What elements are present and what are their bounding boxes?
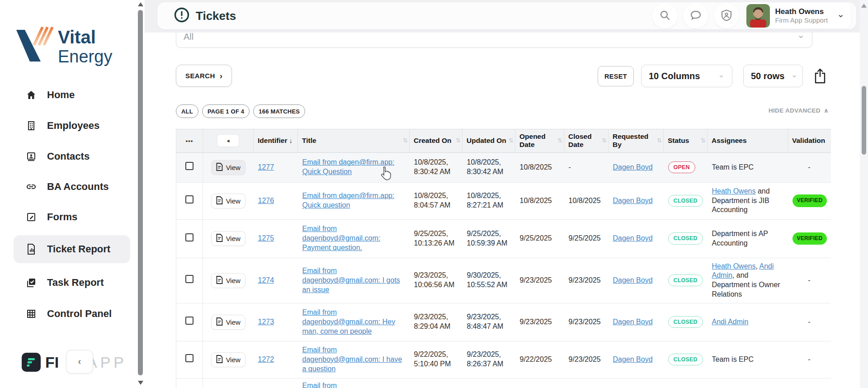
sidebar-footer: FI ‹ APP (0, 349, 137, 381)
ticket-id-link[interactable]: 1276 (258, 197, 274, 204)
view-button[interactable]: View (211, 352, 245, 367)
requested-by-link[interactable]: Dagen Boyd (613, 318, 653, 326)
header-bar: Tickets (157, 2, 856, 29)
view-button[interactable]: View (211, 273, 245, 288)
page-scrollbar[interactable] (860, 0, 868, 388)
ticket-title-link[interactable]: Email from dagen@firm.app: Quick Questio… (302, 158, 395, 175)
page-scrollbar-thumb[interactable] (862, 86, 866, 155)
ticket-title-link[interactable]: Email from dagenboyd@gmail.com: I have a… (302, 346, 402, 373)
requested-by-link[interactable]: Dagen Boyd (613, 197, 653, 204)
row-checkbox[interactable] (185, 275, 193, 283)
requested-by-link[interactable]: Dagen Boyd (613, 234, 653, 242)
view-cell: View (203, 182, 254, 219)
view-button[interactable]: View (211, 194, 245, 208)
chevron-down-icon: ⌄ (791, 70, 797, 80)
search-icon-button[interactable] (652, 3, 678, 28)
ticket-table-body: View1277Email from dagen@firm.app: Quick… (176, 152, 831, 388)
sidebar-item-control-panel[interactable]: Control Panel (14, 303, 130, 325)
assignee-link[interactable]: Andi Admin (712, 318, 749, 326)
link-icon (25, 181, 37, 193)
requested-by-cell: Dagen Boyd (609, 152, 664, 182)
title-cell: Email from dagen@firm.app: Quick questio… (298, 182, 410, 219)
updated-on-cell: 9/23/2025, 8:26:37 AM (462, 341, 515, 378)
row-checkbox[interactable] (185, 354, 193, 362)
column-header-created[interactable]: Created On⇅ (410, 129, 462, 153)
sidebar-item-contacts[interactable]: Contacts (14, 146, 130, 167)
rows-dropdown[interactable]: 50 rows ⌄ (743, 65, 803, 87)
requested-by-link[interactable]: Dagen Boyd (613, 355, 653, 363)
sidebar-scrollbar-thumb[interactable] (138, 10, 143, 375)
status-badge: CLOSED (668, 274, 703, 286)
caret-up-icon: ∧ (824, 107, 829, 114)
closed-date-cell: - (564, 152, 609, 182)
column-header-identifier[interactable]: Identifier↓ (254, 129, 298, 153)
sidebar-item-forms[interactable]: Forms (14, 206, 130, 228)
column-header-opened[interactable]: Opened Date⇅ (515, 129, 564, 153)
status-badge: CLOSED (668, 195, 703, 207)
sidebar-collapse-button[interactable]: ‹ (66, 350, 93, 374)
row-checkbox[interactable] (185, 195, 193, 203)
assignee-link[interactable]: Heath Owens (712, 187, 756, 195)
document-chart-icon (25, 243, 37, 255)
status-cell: CLOSED (664, 219, 708, 258)
scroll-down-icon[interactable] (138, 381, 143, 385)
row-checkbox[interactable] (185, 233, 193, 241)
document-icon (216, 355, 223, 364)
column-header-assignees[interactable]: Assignees (708, 129, 788, 153)
chat-icon (689, 9, 702, 23)
column-header-title[interactable]: Title⇅ (298, 129, 410, 153)
column-header-closed[interactable]: Closed Date⇅ (564, 129, 609, 153)
ticket-title-link[interactable]: Email from dagenboyd@gmail.com: I gots a… (302, 267, 400, 293)
collapse-column-button[interactable]: ◂ (217, 134, 239, 147)
rows-dropdown-value: 50 rows (751, 71, 784, 81)
view-button[interactable]: View (211, 315, 245, 330)
ticket-id-link[interactable]: 1274 (258, 276, 274, 284)
scroll-up-icon[interactable] (861, 4, 867, 8)
search-button[interactable]: SEARCH › (176, 65, 232, 87)
column-header-requested[interactable]: Requested By⇅ (609, 129, 664, 153)
chevron-left-icon: ‹ (78, 356, 81, 368)
ticket-title-link[interactable]: Email from dagenboyd@gmail.com: Hey man,… (302, 308, 396, 335)
assignee-link[interactable]: Heath Owens (712, 262, 756, 270)
row-checkbox[interactable] (185, 317, 193, 325)
requested-by-link[interactable]: Dagen Boyd (613, 276, 653, 284)
ticket-id-link[interactable]: 1273 (258, 318, 274, 326)
column-header-validation[interactable]: Validation (788, 129, 831, 153)
ticket-id-link[interactable]: 1277 (258, 163, 274, 171)
privacy-shield-icon-button[interactable] (714, 3, 739, 28)
sidebar-item-ba-accounts[interactable]: BA Accounts (14, 176, 130, 198)
ticket-title-link[interactable]: Email from dagen@firm.app: Quick questio… (302, 192, 395, 209)
ticket-title-link[interactable]: Email from dagenboyd@gmail.com: Payment … (302, 225, 381, 251)
assignee-text: Team is EPC (712, 163, 754, 171)
hide-advanced-toggle[interactable]: HIDE ADVANCED ∧ (769, 107, 829, 114)
share-export-icon (813, 79, 827, 85)
reset-button-label: RESET (604, 73, 627, 80)
scroll-up-icon[interactable] (138, 2, 143, 6)
created-on-cell: 10/8/2025, 8:30:42 AM (410, 152, 462, 182)
row-checkbox[interactable] (185, 162, 193, 170)
reset-button[interactable]: RESET (598, 66, 634, 86)
export-share-button[interactable] (811, 67, 829, 85)
svg-text:Energy: Energy (58, 47, 112, 66)
sidebar-item-task-report[interactable]: Task Report (14, 272, 130, 293)
sidebar-scrollbar[interactable] (137, 0, 145, 388)
column-header-status[interactable]: Status⇅ (664, 129, 708, 153)
ticket-title-link[interactable]: Email from (302, 382, 337, 388)
status-cell: CLOSED (664, 303, 708, 341)
status-badge: OPEN (668, 161, 695, 173)
chat-icon-button[interactable] (683, 3, 708, 28)
user-menu[interactable]: Heath Owens Firm App Support ⌄ (745, 3, 851, 28)
table-header-row: ••• ◂ Identifier↓ Title⇅ Created On⇅ Upd… (176, 129, 831, 153)
requested-by-link[interactable]: Dagen Boyd (613, 163, 653, 171)
view-button[interactable]: View (211, 231, 245, 246)
columns-dropdown[interactable]: 10 Columns ⌄ (641, 65, 732, 87)
sidebar-item-employees[interactable]: Employees (14, 115, 130, 137)
sidebar-item-ticket-report[interactable]: Ticket Report (14, 235, 130, 263)
row-actions-menu-icon[interactable]: ••• (186, 137, 193, 144)
column-header-updated[interactable]: Updated On⇅ (462, 129, 515, 153)
ticket-id-link[interactable]: 1272 (258, 355, 274, 363)
view-button[interactable]: View (211, 160, 245, 175)
sidebar-item-home[interactable]: Home (14, 84, 130, 106)
ticket-id-link[interactable]: 1275 (258, 234, 274, 242)
result-summary: ALL PAGE 1 OF 4 166 MATCHES (176, 104, 305, 119)
